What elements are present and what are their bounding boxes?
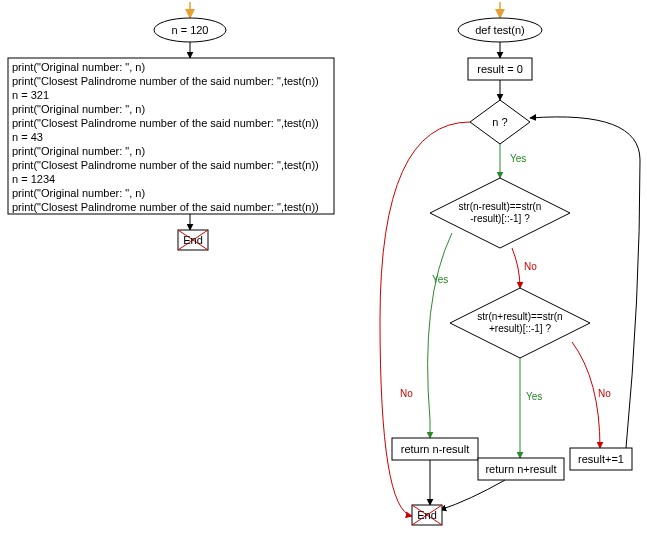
code-line: n = 1234 [12, 173, 55, 185]
right-loop-cond-label: n ? [492, 116, 507, 128]
flowchart-canvas: n = 120 print("Original number: ", n) pr… [0, 0, 647, 553]
right-init-label: result = 0 [477, 63, 523, 75]
code-line: print("Closest Palindrome number of the … [12, 201, 319, 213]
label-no-3: No [598, 388, 611, 399]
right-cond1-label-a: str(n-result)==str(n [459, 201, 542, 212]
left-start-label: n = 120 [171, 24, 208, 36]
left-end-node: End [178, 230, 208, 250]
edge-inc-loop [530, 117, 640, 448]
right-cond1-label-b: -result)[::-1] ? [470, 213, 530, 224]
right-ret1-label: return n-result [401, 443, 469, 455]
code-line: print("Original number: ", n) [12, 103, 145, 115]
code-line: print("Closest Palindrome number of the … [12, 159, 319, 171]
edge-cond1-yes [428, 233, 452, 438]
code-line: print("Original number: ", n) [12, 187, 145, 199]
label-yes-1: Yes [510, 153, 526, 164]
edge-cond2-no [572, 342, 600, 448]
edge-ret2-end [440, 480, 505, 510]
label-no-1: No [400, 388, 413, 399]
right-def-label: def test(n) [475, 24, 525, 36]
label-yes-2: Yes [432, 274, 448, 285]
right-end-label: End [417, 509, 437, 521]
right-end-node: End [412, 505, 442, 525]
code-line: print("Original number: ", n) [12, 145, 145, 157]
code-line: print("Original number: ", n) [12, 61, 145, 73]
edge-cond1-no [512, 248, 520, 288]
left-end-label: End [183, 234, 203, 246]
right-ret2-label: return n+result [485, 463, 556, 475]
code-line: n = 43 [12, 131, 43, 143]
right-cond2-label-b: +result)[::-1] ? [489, 323, 551, 334]
right-inc-label: result+=1 [578, 453, 624, 465]
right-cond2-label-a: str(n+result)==str(n [477, 311, 562, 322]
code-line: n = 321 [12, 89, 49, 101]
label-no-2: No [524, 261, 537, 272]
label-yes-3: Yes [526, 391, 542, 402]
code-line: print("Closest Palindrome number of the … [12, 75, 319, 87]
code-line: print("Closest Palindrome number of the … [12, 117, 319, 129]
